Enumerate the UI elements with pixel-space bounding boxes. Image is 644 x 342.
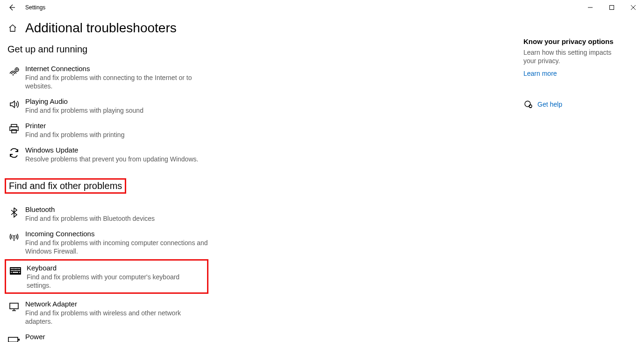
troubleshooter-title: Keyboard <box>27 263 204 273</box>
troubleshooter-printer[interactable]: Printer Find and fix problems with print… <box>7 118 208 143</box>
highlight-find-and-fix-other-problems: Find and fix other problems <box>5 178 126 194</box>
svg-rect-27 <box>18 339 20 341</box>
svg-rect-10 <box>14 268 14 269</box>
battery-icon <box>7 333 21 342</box>
svg-rect-25 <box>10 303 18 309</box>
svg-rect-11 <box>15 268 16 269</box>
printer-icon <box>7 122 21 135</box>
svg-rect-26 <box>8 337 18 342</box>
troubleshooter-title: Windows Update <box>25 146 208 155</box>
page-header: Additional troubleshooters <box>7 21 523 36</box>
svg-rect-9 <box>12 268 13 269</box>
troubleshooter-title: Printer <box>25 121 208 131</box>
troubleshooter-title: Bluetooth <box>25 205 208 214</box>
troubleshooter-title: Network Adapter <box>25 299 208 309</box>
troubleshooter-desc: Find and fix problems with playing sound <box>25 106 208 115</box>
speaker-icon <box>7 98 21 111</box>
section-get-up-and-running: Get up and running <box>7 44 523 55</box>
svg-rect-14 <box>19 268 20 269</box>
privacy-description: Learn how this setting impacts your priv… <box>523 48 617 65</box>
troubleshooter-network-adapter[interactable]: Network Adapter Find and fix problems wi… <box>7 297 208 329</box>
highlight-keyboard: Keyboard Find and fix problems with your… <box>5 259 208 294</box>
svg-rect-17 <box>14 270 14 271</box>
troubleshooter-desc: Find and fix problems with your computer… <box>27 273 204 290</box>
svg-rect-22 <box>11 272 12 273</box>
svg-rect-0 <box>610 6 614 10</box>
troubleshooter-keyboard[interactable]: Keyboard Find and fix problems with your… <box>9 262 204 291</box>
troubleshooter-title: Power <box>25 332 208 342</box>
close-button[interactable] <box>623 0 644 15</box>
svg-rect-13 <box>18 268 19 269</box>
get-help-link[interactable]: Get help <box>537 101 562 108</box>
sync-icon <box>7 146 21 160</box>
svg-rect-12 <box>16 268 17 269</box>
monitor-icon <box>7 300 21 313</box>
svg-rect-4 <box>10 127 18 131</box>
troubleshooter-desc: Find and fix problems with wireless and … <box>25 309 208 326</box>
troubleshooter-title: Playing Audio <box>25 97 208 106</box>
wifi-globe-icon <box>7 65 21 78</box>
troubleshooter-desc: Find and fix problems with connecting to… <box>25 73 208 90</box>
minimize-button[interactable] <box>580 0 601 15</box>
troubleshooter-desc: Resolve problems that prevent you from u… <box>25 155 208 163</box>
troubleshooter-title: Incoming Connections <box>25 229 208 239</box>
troubleshooter-internet-connections[interactable]: Internet Connections Find and fix proble… <box>7 61 208 94</box>
troubleshooter-title: Internet Connections <box>25 64 208 73</box>
svg-point-28 <box>525 101 530 107</box>
app-name: Settings <box>25 4 45 11</box>
svg-point-1 <box>13 74 14 76</box>
troubleshooter-desc: Find and fix problems with Bluetooth dev… <box>25 214 208 223</box>
troubleshooter-power[interactable]: Power Find and fix problems with your co… <box>7 329 208 342</box>
keyboard-icon <box>9 264 22 277</box>
svg-rect-18 <box>15 270 16 271</box>
privacy-heading: Know your privacy options <box>523 37 637 45</box>
troubleshooter-bluetooth[interactable]: Bluetooth Find and fix problems with Blu… <box>7 202 208 226</box>
learn-more-link[interactable]: Learn more <box>523 70 637 77</box>
svg-rect-15 <box>11 270 12 271</box>
svg-rect-24 <box>19 272 20 273</box>
troubleshooter-windows-update[interactable]: Windows Update Resolve problems that pre… <box>7 143 208 167</box>
antenna-icon <box>7 230 21 243</box>
svg-rect-21 <box>19 270 20 271</box>
window-controls <box>580 0 644 15</box>
svg-rect-23 <box>13 272 18 273</box>
home-icon[interactable] <box>7 23 18 33</box>
section-find-and-fix-other-problems: Find and fix other problems <box>9 181 122 191</box>
help-icon <box>523 100 533 109</box>
troubleshooter-playing-audio[interactable]: Playing Audio Find and fix problems with… <box>7 94 208 118</box>
troubleshooter-incoming-connections[interactable]: Incoming Connections Find and fix proble… <box>7 226 208 259</box>
back-button[interactable] <box>6 1 18 14</box>
svg-rect-5 <box>12 130 16 133</box>
svg-rect-20 <box>18 270 19 271</box>
svg-rect-16 <box>12 270 13 271</box>
troubleshooter-desc: Find and fix problems with printing <box>25 131 208 139</box>
svg-rect-19 <box>16 270 17 271</box>
bluetooth-icon <box>7 206 21 219</box>
titlebar: Settings <box>0 0 644 15</box>
maximize-button[interactable] <box>601 0 623 15</box>
page-title: Additional troubleshooters <box>25 21 177 36</box>
troubleshooter-desc: Find and fix problems with incoming comp… <box>25 239 208 255</box>
svg-rect-8 <box>11 268 12 269</box>
